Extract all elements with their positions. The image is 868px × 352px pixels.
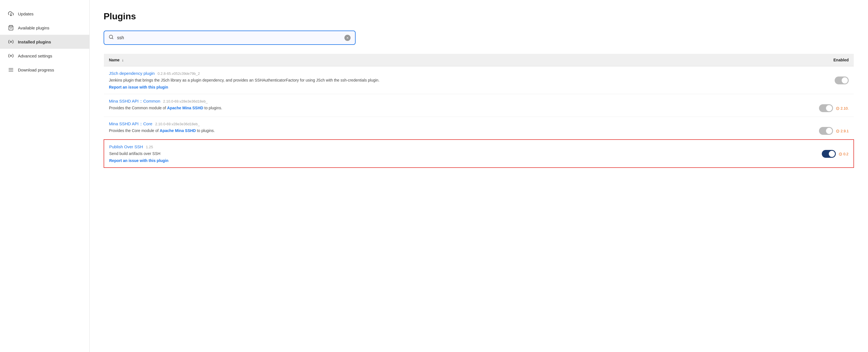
plugin-version-mina-common: 2.10.0-69.v28e3e36d18eb_ [163,99,208,104]
plugin-name-cell-mina-common: Mina SSHD API :: Common 2.10.0-69.v28e3e… [104,94,741,117]
plugin-name-link-mina-common[interactable]: Mina SSHD API :: Common [109,99,160,104]
sidebar-item-installed-plugins-label: Installed plugins [18,39,51,44]
plugin-report-link-publish-over-ssh[interactable]: Report an issue with this plugin [109,158,168,163]
svg-point-2 [10,41,12,42]
plugin-name-link-publish-over-ssh[interactable]: Publish Over SSH [109,144,143,149]
apache-mina-link-core[interactable]: Apache Mina SSHD [160,128,196,133]
plugin-version-jsch: 0.2.8-65.v052c39de79b_2 [158,71,200,76]
sort-arrow: ↓ [122,58,124,62]
plugin-enabled-cell-publish-over-ssh: ✓ ⊙ 0.2 [741,140,854,168]
plugin-enabled-cell-mina-core: ✓ ⊙ 2.9.1 [741,117,854,140]
plugin-description-mina-common: Provides the Common module of Apache Min… [109,105,736,111]
page-title: Plugins [103,11,854,22]
sidebar-item-updates-label: Updates [18,11,34,16]
toggle-mina-core[interactable]: ✓ [819,127,833,135]
update-badge-mina-common: ⊙ 2.10. [836,106,849,111]
plugin-table: Name ↓ Enabled JSch dependency plugin 0.… [103,54,854,168]
table-header: Name ↓ Enabled [104,54,854,66]
plugin-row-publish-over-ssh: Publish Over SSH 1.25 Send build artifac… [104,140,854,168]
sidebar-item-available-plugins[interactable]: Available plugins [0,21,89,35]
sidebar-item-download-progress-label: Download progress [18,67,54,72]
update-badge-publish-over-ssh: ⊙ 0.2 [839,151,848,157]
plugin-name-cell-publish-over-ssh: Publish Over SSH 1.25 Send build artifac… [104,140,741,168]
svg-point-3 [10,55,12,57]
search-input[interactable] [117,35,341,40]
plugin-description-publish-over-ssh: Send build artifacts over SSH [109,151,736,157]
search-clear-button[interactable]: × [344,35,350,41]
sidebar-item-installed-plugins[interactable]: Installed plugins [0,35,89,49]
available-plugins-icon [8,25,14,31]
plugin-enabled-cell-mina-common: ✓ ⊙ 2.10. [741,94,854,117]
advanced-settings-icon [8,53,14,59]
installed-plugins-icon [8,39,14,45]
svg-line-8 [112,38,113,39]
plugin-name-link-jsch[interactable]: JSch dependency plugin [109,71,155,76]
plugin-description-jsch: Jenkins plugin that brings the JSch libr… [109,77,736,83]
plugin-version-mina-core: 2.10.0-69.v28e3e36d18eb_ [155,122,199,126]
update-badge-icon-mina-core: ⊙ [836,128,839,134]
plugin-name-cell-mina-core: Mina SSHD API :: Core 2.10.0-69.v28e3e36… [104,117,741,140]
sidebar-item-available-plugins-label: Available plugins [18,26,49,30]
update-badge-icon-mina-common: ⊙ [836,106,839,111]
toggle-mina-common[interactable]: ✓ [819,104,833,112]
update-badge-icon-publish-over-ssh: ⊙ [839,151,842,157]
plugin-report-link-jsch[interactable]: Report an issue with this plugin [109,85,168,89]
plugin-name-link-mina-core[interactable]: Mina SSHD API :: Core [109,121,152,126]
plugin-description-mina-core: Provides the Core module of Apache Mina … [109,128,736,134]
plugin-enabled-cell-jsch: ✓ [741,66,854,94]
plugin-version-publish-over-ssh: 1.25 [146,145,153,149]
search-input-wrapper: × [103,31,355,45]
sidebar-item-advanced-settings-label: Advanced settings [18,54,52,58]
sidebar: Updates Available plugins Installed plug… [0,0,90,352]
download-progress-icon [8,67,14,73]
toggle-jsch[interactable]: ✓ [835,77,849,84]
sidebar-item-updates[interactable]: Updates [0,7,89,21]
sidebar-item-advanced-settings[interactable]: Advanced settings [0,49,89,63]
main-content: Plugins × Name ↓ Enabled [90,0,868,352]
plugin-row-mina-common: Mina SSHD API :: Common 2.10.0-69.v28e3e… [104,94,854,117]
col-name-header: Name ↓ [104,54,741,66]
sidebar-item-download-progress[interactable]: Download progress [0,63,89,77]
updates-icon [8,11,14,17]
update-badge-mina-core: ⊙ 2.9.1 [836,128,849,134]
toggle-publish-over-ssh[interactable]: ✓ [822,150,836,158]
plugin-row-jsch: JSch dependency plugin 0.2.8-65.v052c39d… [104,66,854,94]
search-icon [108,34,114,41]
plugin-row-mina-core: Mina SSHD API :: Core 2.10.0-69.v28e3e36… [104,117,854,140]
plugin-name-cell-jsch: JSch dependency plugin 0.2.8-65.v052c39d… [104,66,741,94]
apache-mina-link-common[interactable]: Apache Mina SSHD [167,106,203,110]
search-container: × [103,31,355,45]
col-enabled-header: Enabled [741,54,854,66]
